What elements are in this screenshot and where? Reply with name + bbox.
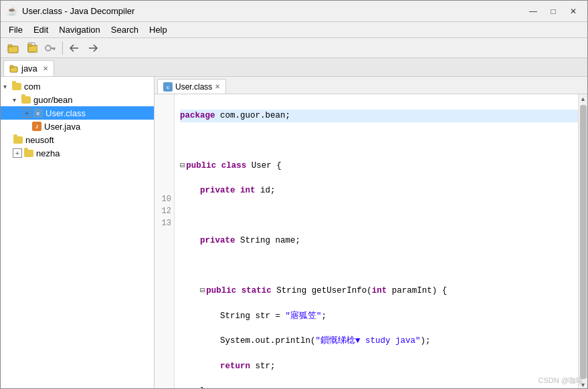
code-line-8: ⊟public static String getUserInfo(int pa…: [180, 285, 582, 297]
toolbar-separator-1: [62, 41, 63, 55]
code-line-11: return str;: [180, 360, 582, 373]
tree-label-guor: guor/bean: [33, 95, 73, 105]
folder-icon-neusoft: [13, 134, 23, 145]
main-area: ▾ com ▾ guor/bean + c User.class J: [1, 77, 587, 389]
svg-point-5: [45, 45, 51, 51]
window-controls: — □ ✕: [524, 5, 582, 18]
editor-tab-user-class[interactable]: c User.class ✕: [157, 79, 226, 94]
code-content: package com.guor.bean; ⊟public class Use…: [175, 94, 587, 389]
collapse-class[interactable]: ⊟: [180, 161, 185, 170]
menu-help[interactable]: Help: [144, 23, 173, 36]
editor-tab-close[interactable]: ✕: [215, 83, 220, 90]
folder-icon-com: [11, 81, 22, 92]
menu-file[interactable]: File: [3, 23, 28, 36]
menu-search[interactable]: Search: [106, 23, 144, 36]
close-button[interactable]: ✕: [565, 5, 582, 18]
svg-rect-12: [10, 66, 13, 68]
toolbar-back[interactable]: [66, 40, 83, 56]
code-line-6: private String name;: [180, 235, 582, 247]
folder-icon-guor: [21, 94, 31, 105]
scroll-up-btn[interactable]: ▲: [579, 94, 588, 104]
tree-label-user-class: User.class: [45, 108, 86, 118]
folder-icon-nezha: [23, 148, 34, 158]
arrow-guor: ▾: [13, 96, 21, 104]
code-line-4: private int id;: [180, 184, 582, 197]
toolbar-forward[interactable]: [84, 40, 102, 56]
minimize-button[interactable]: —: [524, 5, 542, 18]
code-line-12: }: [180, 385, 582, 389]
tree-item-user-java[interactable]: J User.java: [1, 120, 154, 133]
tab-java-label: java: [21, 63, 37, 74]
expand-user-class[interactable]: +: [22, 108, 31, 118]
tab-strip: java ✕: [1, 58, 587, 77]
maximize-button[interactable]: □: [545, 5, 562, 18]
app-icon: ☕: [6, 5, 18, 17]
file-tree: ▾ com ▾ guor/bean + c User.class J: [1, 77, 155, 389]
menu-bar: File Edit Navigation Search Help: [1, 22, 587, 38]
java-icon: J: [31, 121, 42, 132]
code-line-9: String str = "寤狐笠";: [180, 310, 582, 323]
tab-java-close[interactable]: ✕: [43, 65, 48, 72]
scroll-down-btn[interactable]: ▼: [579, 380, 588, 389]
code-line-5: [180, 210, 582, 223]
expand-nezha[interactable]: +: [13, 148, 22, 158]
svg-rect-4: [28, 44, 32, 46]
vertical-scrollbar[interactable]: ▲ ▼: [578, 94, 587, 389]
window-title: User.class - Java Decompiler: [22, 6, 524, 16]
class-icon: c: [33, 108, 43, 118]
code-line-1: package com.guor.bean;: [180, 110, 582, 122]
toolbar-file[interactable]: [23, 40, 41, 56]
tab-java[interactable]: java ✕: [3, 60, 54, 76]
code-line-2: [180, 134, 582, 147]
tree-item-nezha[interactable]: + nezha: [1, 146, 154, 160]
tree-label-neusoft: neusoft: [25, 135, 54, 145]
tree-label-nezha: nezha: [36, 148, 60, 158]
tree-item-com[interactable]: ▾ com: [1, 80, 154, 93]
editor-tab-class-icon: c: [163, 82, 173, 92]
menu-navigation[interactable]: Navigation: [54, 23, 105, 36]
code-line-10: System.out.println("鎻慨绨棯▼ study java");: [180, 335, 582, 348]
tree-item-user-class[interactable]: + c User.class: [1, 106, 154, 120]
svg-rect-1: [8, 45, 12, 47]
toolbar: [1, 38, 587, 58]
toolbar-key[interactable]: [42, 40, 60, 56]
arrow-com: ▾: [3, 83, 11, 90]
toolbar-open[interactable]: [5, 40, 22, 56]
code-line-3: ⊟public class User {: [180, 160, 582, 172]
code-line-7: [180, 260, 582, 273]
title-bar: ☕ User.class - Java Decompiler — □ ✕: [1, 1, 587, 22]
tree-item-neusoft[interactable]: neusoft: [1, 133, 154, 146]
editor-tabs: c User.class ✕: [155, 77, 587, 94]
tree-label-user-java: User.java: [44, 122, 80, 132]
menu-edit[interactable]: Edit: [28, 23, 54, 36]
tree-label-com: com: [24, 82, 41, 92]
scroll-thumb[interactable]: [580, 105, 587, 379]
editor-area: c User.class ✕ 10 12 13: [155, 77, 587, 389]
collapse-method[interactable]: ⊟: [200, 286, 205, 295]
editor-tab-label: User.class: [175, 82, 212, 92]
code-area[interactable]: 10 12 13 package com.guor.bean; ⊟public …: [155, 94, 587, 389]
line-numbers: 10 12 13: [155, 94, 175, 389]
tree-item-guor-bean[interactable]: ▾ guor/bean: [1, 93, 154, 106]
